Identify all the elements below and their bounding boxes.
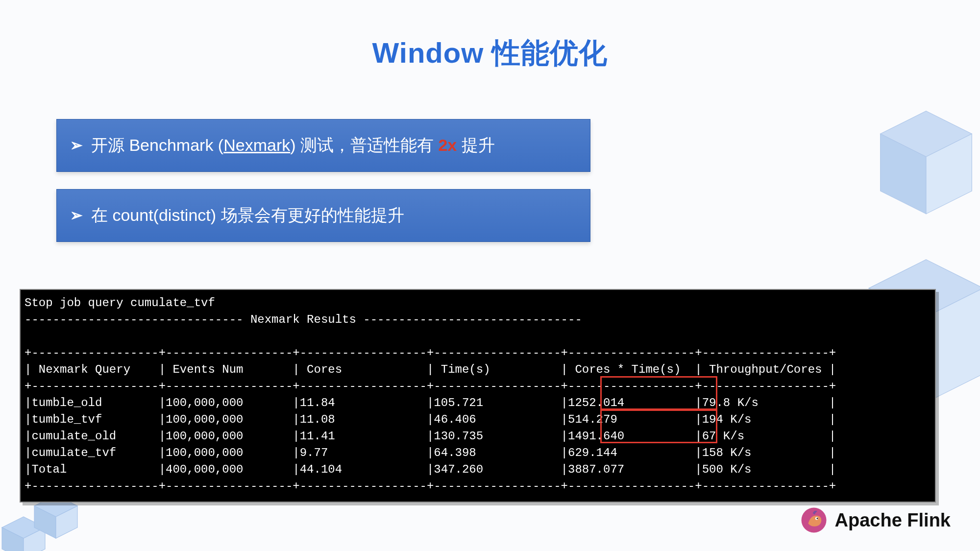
bullet-count-distinct: ➢在 count(distinct) 场景会有更好的性能提升 xyxy=(56,189,590,242)
nexmark-link[interactable]: Nexmark xyxy=(223,136,290,154)
brand-text: Apache Flink xyxy=(835,510,951,531)
svg-marker-8 xyxy=(926,134,972,214)
bullet1-post: 提升 xyxy=(457,136,494,154)
svg-marker-4 xyxy=(34,506,56,538)
brand-area: Apache Flink xyxy=(800,506,951,534)
bullet-benchmark: ➢开源 Benchmark (Nexmark) 测试，普适性能有 2x 提升 xyxy=(56,119,590,172)
svg-marker-5 xyxy=(56,506,77,538)
bullet1-mid: ) 测试，普适性能有 xyxy=(290,136,438,154)
svg-marker-2 xyxy=(24,527,45,551)
svg-marker-1 xyxy=(2,527,24,551)
svg-point-14 xyxy=(816,518,818,519)
bullet2-text: 在 count(distinct) 场景会有更好的性能提升 xyxy=(91,206,404,224)
svg-marker-0 xyxy=(2,517,45,538)
svg-marker-6 xyxy=(881,111,972,157)
terminal-output: Stop job query cumulate_tvf ------------… xyxy=(20,289,936,503)
slide-title: Window 性能优化 xyxy=(0,34,980,72)
bullet1-pre: 开源 Benchmark ( xyxy=(91,136,223,154)
bullet-arrow-icon: ➢ xyxy=(70,205,82,225)
bullet-arrow-icon: ➢ xyxy=(70,135,82,155)
bullet1-highlight: 2x xyxy=(438,136,457,154)
svg-marker-7 xyxy=(881,134,926,214)
flink-logo-icon xyxy=(800,506,828,534)
